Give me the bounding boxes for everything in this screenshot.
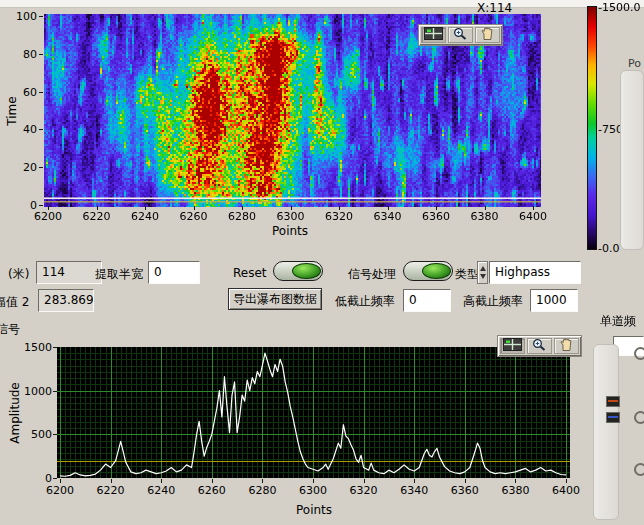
type-dropdown[interactable]: Highpass (489, 261, 581, 284)
clipped-dial-3 (634, 463, 644, 476)
y-tick-label: 0 (3, 199, 37, 212)
x-tick-label: 6220 (89, 484, 133, 497)
pan-tool-button[interactable] (475, 27, 500, 43)
y-tick-mark (39, 54, 43, 55)
legend-line-blue (608, 416, 618, 418)
x-tick-label: 6400 (511, 210, 555, 223)
x-tick-label: 6380 (493, 484, 537, 497)
x-tick-mark (212, 479, 213, 483)
color-scale-min-label: -0.0 (598, 242, 619, 255)
signal-chart-title: 信号 (0, 321, 20, 338)
x-tick-label: 6300 (269, 210, 313, 223)
x-tick-mark (414, 479, 415, 483)
x-tick-label: 6200 (38, 484, 82, 497)
y-tick-mark (39, 92, 43, 93)
zoom-tool-icon (451, 27, 470, 43)
x-tick-mark (339, 206, 340, 210)
x-tick-mark (566, 479, 567, 483)
x-tick-mark (515, 479, 516, 483)
x-tick-mark (485, 206, 486, 210)
signal-plot-area[interactable] (57, 347, 570, 478)
export-waterfall-button[interactable]: 导出瀑布图数据 (228, 288, 322, 310)
spinner-up-icon[interactable] (480, 266, 486, 271)
x-tick-mark (291, 206, 292, 210)
half-width-input[interactable]: 0 (148, 261, 200, 284)
amplitude2-indicator: 283.869 (38, 289, 94, 312)
y-tick-label: 40 (3, 123, 37, 136)
reset-switch[interactable] (273, 261, 323, 281)
x-tick-label: 6260 (172, 210, 216, 223)
zoom-tool-button[interactable] (448, 27, 473, 43)
x-tick-label: 6360 (443, 484, 487, 497)
x-tick-label: 6340 (392, 484, 436, 497)
crosshair-tool-button[interactable] (421, 27, 446, 43)
window-top-strip (0, 0, 644, 8)
x-tick-mark (262, 479, 263, 483)
x-tick-mark (60, 479, 61, 483)
x-tick-label: 6300 (291, 484, 335, 497)
x-tick-mark (436, 206, 437, 210)
x-tick-label: 6240 (123, 210, 167, 223)
x-tick-mark (145, 206, 146, 210)
x-tick-label: 6340 (366, 210, 410, 223)
high-cutoff-input[interactable]: 1000 (530, 289, 578, 312)
low-cutoff-label: 低截止频率 (335, 293, 395, 310)
x-tick-mark (364, 479, 365, 483)
clipped-dial-1 (634, 347, 644, 360)
x-tick-mark (48, 206, 49, 210)
y-tick-mark (39, 129, 43, 130)
pan-tool-icon (478, 27, 497, 43)
y-tick-label: 0 (18, 472, 52, 485)
color-scale-ramp[interactable] (587, 6, 597, 250)
y-tick-mark (53, 434, 57, 435)
x-tick-mark (465, 479, 466, 483)
half-width-label: 提取半宽 (95, 266, 143, 283)
clipped-dial-2 (634, 411, 644, 424)
plot-legend-swatch-1[interactable] (606, 396, 620, 407)
x-tick-mark (111, 479, 112, 483)
reset-label: Reset (233, 266, 267, 280)
x-tick-label: 6260 (190, 484, 234, 497)
x-tick-mark (533, 206, 534, 210)
x-tick-mark (242, 206, 243, 210)
x-tick-label: 6280 (240, 484, 284, 497)
spinner-down-icon[interactable] (480, 274, 486, 279)
x-tick-mark (388, 206, 389, 210)
y-tick-label: 1500 (18, 341, 52, 354)
type-spinner[interactable] (477, 261, 488, 284)
x-tick-label: 6360 (414, 210, 458, 223)
amplitude2-label: 幅值 2 (0, 294, 29, 311)
x-tick-mark (161, 479, 162, 483)
y-tick-label: 60 (3, 86, 37, 99)
y-tick-mark (53, 347, 57, 348)
x-tick-label: 6280 (220, 210, 264, 223)
legend-line-red (608, 400, 618, 402)
clipped-po-text: Po (628, 57, 641, 70)
x-tick-label: 6220 (75, 210, 119, 223)
pan-tool-button[interactable] (554, 338, 579, 354)
type-label: 类型 (455, 266, 479, 283)
x-tick-mark (97, 206, 98, 210)
plot-legend-swatch-2[interactable] (606, 412, 620, 423)
meter-indicator: 114 (36, 261, 102, 284)
spectrum-panel-label: 单道频 (600, 313, 636, 330)
waterfall-cursor-readout: X:114 (477, 1, 512, 15)
reset-switch-knob (292, 263, 321, 279)
y-tick-mark (39, 16, 43, 17)
y-tick-label: 20 (3, 161, 37, 174)
zoom-tool-icon (530, 338, 549, 354)
crosshair-tool-icon (424, 27, 443, 43)
x-tick-label: 6240 (139, 484, 183, 497)
meter-label: (米) (8, 266, 29, 283)
signal-process-switch[interactable] (403, 261, 453, 281)
y-tick-mark (39, 205, 43, 206)
low-cutoff-input[interactable]: 0 (403, 289, 451, 312)
x-tick-label: 6320 (317, 210, 361, 223)
zoom-tool-button[interactable] (527, 338, 552, 354)
y-tick-label: 500 (18, 428, 52, 441)
pan-tool-icon (557, 338, 576, 354)
right-panel-strip-bottom (593, 344, 619, 520)
crosshair-tool-icon (503, 338, 522, 354)
y-tick-label: 1000 (18, 385, 52, 398)
crosshair-tool-button[interactable] (500, 338, 525, 354)
